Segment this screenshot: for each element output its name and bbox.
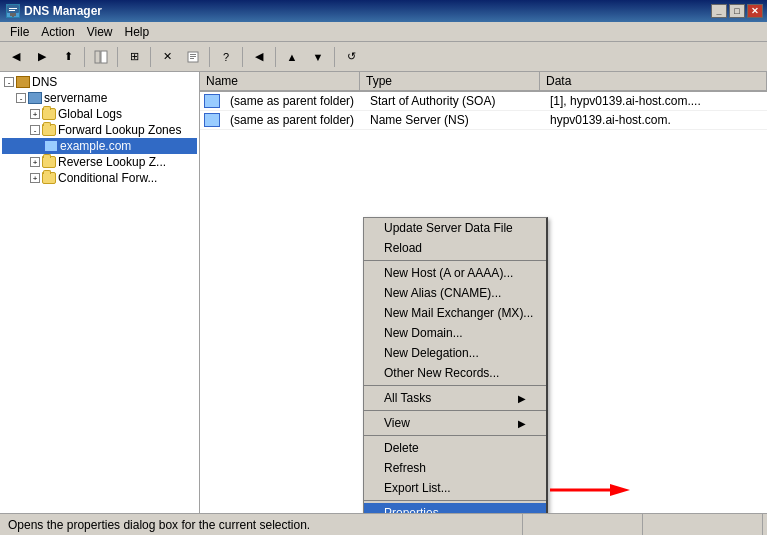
tree-item-conditional-forw[interactable]: + Conditional Forw... <box>2 170 197 186</box>
svg-marker-12 <box>610 484 630 496</box>
svg-rect-4 <box>12 14 14 17</box>
folder-icon-forward-lookup <box>42 124 56 136</box>
ctx-view-arrow: ▶ <box>518 418 526 429</box>
svg-rect-6 <box>101 51 107 63</box>
minimize-button[interactable]: _ <box>711 4 727 18</box>
row1-data: [1], hypv0139.ai-host.com.... <box>544 93 767 109</box>
status-pane-2 <box>643 514 763 535</box>
dns-icon <box>16 76 30 88</box>
ctx-update-server[interactable]: Update Server Data File <box>364 218 546 238</box>
svg-rect-1 <box>9 8 17 9</box>
up-button[interactable]: ⬆ <box>56 46 80 68</box>
svg-rect-5 <box>95 51 100 63</box>
context-menu: Update Server Data File Reload New Host … <box>363 217 548 513</box>
tree-item-forward-lookup[interactable]: - Forward Lookup Zones <box>2 122 197 138</box>
expand-reverse-lookup[interactable]: + <box>30 157 40 167</box>
back-button[interactable]: ◀ <box>4 46 28 68</box>
expand-up-button[interactable]: ▲ <box>280 46 304 68</box>
tree-label-servername: servername <box>44 91 107 105</box>
status-pane-1 <box>523 514 643 535</box>
ctx-view[interactable]: View ▶ <box>364 413 546 433</box>
row1-name: (same as parent folder) <box>224 93 364 109</box>
ctx-other-records[interactable]: Other New Records... <box>364 363 546 383</box>
ctx-new-mx[interactable]: New Mail Exchanger (MX)... <box>364 303 546 323</box>
expand-global-logs[interactable]: + <box>30 109 40 119</box>
tree-label-forward-lookup: Forward Lookup Zones <box>58 123 181 137</box>
tree-panel[interactable]: - DNS - servername + Global Logs - Forwa… <box>0 72 200 513</box>
status-text: Opens the properties dialog box for the … <box>4 514 523 535</box>
tree-item-global-logs[interactable]: + Global Logs <box>2 106 197 122</box>
ctx-sep-1 <box>364 260 546 261</box>
ctx-new-domain[interactable]: New Domain... <box>364 323 546 343</box>
list-row[interactable]: (same as parent folder) Start of Authori… <box>200 92 767 111</box>
refresh-button[interactable]: ↺ <box>339 46 363 68</box>
ctx-reload[interactable]: Reload <box>364 238 546 258</box>
ctx-sep-3 <box>364 410 546 411</box>
menu-bar: File Action View Help <box>0 22 767 42</box>
main-content: - DNS - servername + Global Logs - Forwa… <box>0 72 767 513</box>
row1-type: Start of Authority (SOA) <box>364 93 544 109</box>
server-icon <box>28 92 42 104</box>
menu-file[interactable]: File <box>4 23 35 41</box>
folder-icon-reverse-lookup <box>42 156 56 168</box>
window-title: DNS Manager <box>24 4 102 18</box>
ctx-delete[interactable]: Delete <box>364 438 546 458</box>
ctx-export-list[interactable]: Export List... <box>364 478 546 498</box>
tree-label-global-logs: Global Logs <box>58 107 122 121</box>
folder-icon-conditional-forw <box>42 172 56 184</box>
forward-button[interactable]: ▶ <box>30 46 54 68</box>
record-icon-2 <box>204 113 220 127</box>
collapse-button[interactable]: ◀ <box>247 46 271 68</box>
title-bar: DNS Manager _ □ ✕ <box>0 0 767 22</box>
svg-rect-8 <box>190 54 196 55</box>
zone-icon-example-com <box>44 140 58 152</box>
tree-item-servername[interactable]: - servername <box>2 90 197 106</box>
ctx-refresh[interactable]: Refresh <box>364 458 546 478</box>
tree-item-dns[interactable]: - DNS <box>2 74 197 90</box>
new-window-button[interactable]: ⊞ <box>122 46 146 68</box>
expand-conditional-forw[interactable]: + <box>30 173 40 183</box>
properties-button[interactable] <box>181 46 205 68</box>
delete-button[interactable]: ✕ <box>155 46 179 68</box>
expand-dns[interactable]: - <box>4 77 14 87</box>
ctx-properties[interactable]: Properties <box>364 503 546 513</box>
list-row[interactable]: (same as parent folder) Name Server (NS)… <box>200 111 767 130</box>
expand-down-button[interactable]: ▼ <box>306 46 330 68</box>
ctx-all-tasks[interactable]: All Tasks ▶ <box>364 388 546 408</box>
ctx-view-label: View <box>384 416 410 430</box>
expand-servername[interactable]: - <box>16 93 26 103</box>
ctx-all-tasks-arrow: ▶ <box>518 393 526 404</box>
tree-item-example-com[interactable]: example.com <box>2 138 197 154</box>
close-button[interactable]: ✕ <box>747 4 763 18</box>
tree-label-reverse-lookup: Reverse Lookup Z... <box>58 155 166 169</box>
ctx-sep-5 <box>364 500 546 501</box>
svg-rect-10 <box>190 58 194 59</box>
tree-label-example-com: example.com <box>60 139 131 153</box>
col-header-name[interactable]: Name <box>200 72 360 90</box>
row2-type: Name Server (NS) <box>364 112 544 128</box>
list-header: Name Type Data <box>200 72 767 92</box>
arrow-indicator <box>550 480 630 503</box>
col-header-type[interactable]: Type <box>360 72 540 90</box>
tree-item-reverse-lookup[interactable]: + Reverse Lookup Z... <box>2 154 197 170</box>
window-controls: _ □ ✕ <box>711 4 763 18</box>
menu-help[interactable]: Help <box>119 23 156 41</box>
svg-rect-2 <box>9 10 15 11</box>
ctx-new-delegation[interactable]: New Delegation... <box>364 343 546 363</box>
row2-data: hypv0139.ai-host.com. <box>544 112 767 128</box>
ctx-all-tasks-label: All Tasks <box>384 391 431 405</box>
record-icon-1 <box>204 94 220 108</box>
tree-label-dns: DNS <box>32 75 57 89</box>
help-button[interactable]: ? <box>214 46 238 68</box>
show-tree-button[interactable] <box>89 46 113 68</box>
col-header-data[interactable]: Data <box>540 72 767 90</box>
row2-name: (same as parent folder) <box>224 112 364 128</box>
menu-view[interactable]: View <box>81 23 119 41</box>
ctx-new-host[interactable]: New Host (A or AAAA)... <box>364 263 546 283</box>
ctx-new-alias[interactable]: New Alias (CNAME)... <box>364 283 546 303</box>
expand-forward-lookup[interactable]: - <box>30 125 40 135</box>
folder-icon-global-logs <box>42 108 56 120</box>
maximize-button[interactable]: □ <box>729 4 745 18</box>
menu-action[interactable]: Action <box>35 23 80 41</box>
list-panel: Name Type Data (same as parent folder) S… <box>200 72 767 513</box>
